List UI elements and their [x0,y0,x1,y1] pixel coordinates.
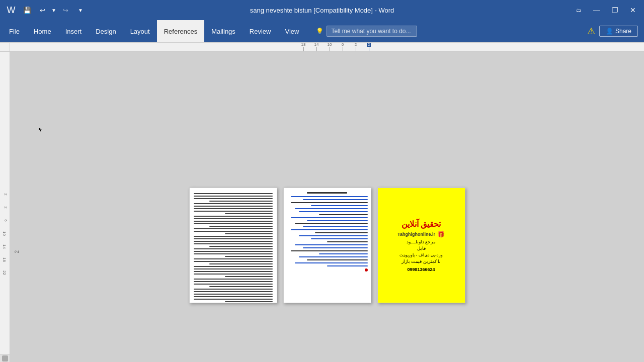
title-bar: W 💾 ↩ ▼ ↪ ▼ sang neveshte bistun [Compat… [0,0,644,20]
page3-ad: تحقیق آنلاین Tahghighonline.ir 🎁 مرجع دا… [378,188,465,303]
text-line [194,221,273,222]
text-line [194,231,273,232]
page-2[interactable] [283,188,371,303]
tab-mailings[interactable]: Mailings [204,20,243,42]
vertical-scrollbar-thumb[interactable] [0,354,10,362]
cursor-position [38,125,43,130]
text-line [194,291,273,292]
tab-home[interactable]: Home [27,20,58,42]
ad-main-title: تحقیق آنلاین [401,219,441,230]
page2-red-dot [365,268,368,272]
text-line [194,284,273,285]
text-line [225,233,272,234]
text-line [194,241,273,242]
text-line [194,289,273,290]
text-line [194,281,273,282]
share-label: Share [615,28,631,35]
tab-file[interactable]: File [2,20,27,42]
text-line [194,206,273,207]
page2-line [303,226,368,227]
cursor-icon [38,127,43,132]
text-line [194,268,273,269]
ribbon-right: ⚠ 👤 Share [587,26,642,37]
tab-references[interactable]: References [157,20,204,42]
maximize-btn[interactable]: ❐ [608,3,622,17]
text-line [194,198,273,199]
scrollbar-thumb-indicator [2,355,8,361]
undo-btn[interactable]: ↩ [35,3,49,17]
page2-line [307,220,368,221]
text-line [194,203,273,204]
ad-line1: مرجع داونلـــود [407,239,436,246]
text-line [194,279,273,280]
tab-view[interactable]: View [278,20,306,42]
minimize-btn[interactable]: — [590,3,604,17]
ad-line2: فایل [417,245,426,252]
save-btn[interactable]: 💾 [20,3,34,17]
share-button[interactable]: 👤 Share [599,26,638,37]
horizontal-ruler-container: 18 14 10 6 2 2 [0,43,644,52]
page-3[interactable]: تحقیق آنلاین Tahghighonline.ir 🎁 مرجع دا… [377,188,465,303]
vertical-ruler: 2 2 6 10 14 18 22 [0,52,10,362]
page1-content [190,188,277,303]
tab-insert[interactable]: Insert [58,20,89,42]
page-number: 2 [14,250,20,253]
text-line [209,263,273,264]
title-bar-left: W 💾 ↩ ▼ ↪ ▼ [4,3,88,17]
ribbon-collapse-btn[interactable]: 🗂 [572,3,586,17]
text-line [194,211,273,212]
ribbon-tab-bar: File Home Insert Design Layout Reference… [0,20,644,42]
vmark-2: 2 [2,188,8,201]
text-line [194,253,273,254]
page2-line [295,223,368,224]
text-line [225,256,272,257]
vmark-18: 18 [2,253,8,266]
text-line [194,294,273,295]
page2-line [295,262,368,263]
tab-layout[interactable]: Layout [123,20,157,42]
page2-line [327,241,368,242]
customize-btn[interactable]: ▼ [73,3,88,17]
ad-url-text: Tahghighonline.ir [397,232,435,237]
page-1[interactable] [189,188,277,303]
horizontal-ruler: 18 14 10 6 2 2 [10,43,644,52]
text-line [194,261,273,262]
page2-line [303,199,368,200]
ruler-marks: 18 14 10 6 2 2 [10,43,644,51]
ribbon-search-area: 💡 [316,26,417,37]
redo-btn[interactable]: ↪ [58,3,72,17]
text-line [194,266,273,267]
text-line [194,258,273,259]
text-line [194,243,273,244]
tab-review[interactable]: Review [243,20,278,42]
page2-line [291,196,368,197]
text-line [194,271,273,272]
word-icon: W [4,3,18,17]
undo-dropdown[interactable]: ▼ [50,3,57,17]
ribbon-search-input[interactable] [327,26,417,37]
ruler-mark-6: 6 [336,43,349,51]
share-person-icon: 👤 [606,28,613,35]
page2-line [303,247,368,248]
tab-design[interactable]: Design [89,20,123,42]
page2-line [291,202,368,203]
page2-line [295,208,368,209]
ruler-mark-2b: 2 [362,43,375,51]
close-btn[interactable]: ✕ [626,3,640,17]
document-canvas[interactable]: تحقیق آنلاین Tahghighonline.ir 🎁 مرجع دا… [10,52,644,362]
warning-icon: ⚠ [587,26,595,37]
text-line [209,246,273,247]
page2-header-line [307,192,348,194]
page2-line [295,244,368,245]
ruler-mark-18: 18 [297,43,310,51]
ad-url-row: Tahghighonline.ir 🎁 [397,230,445,239]
page2-line [299,256,368,257]
vmark-2b: 2 [2,201,8,214]
text-line [194,208,273,209]
text-line [194,196,273,197]
vmark-10: 10 [2,227,8,240]
ribbon: File Home Insert Design Layout Reference… [0,20,644,43]
text-line [194,238,273,239]
vmark-6: 6 [2,214,8,227]
text-line [225,301,272,302]
